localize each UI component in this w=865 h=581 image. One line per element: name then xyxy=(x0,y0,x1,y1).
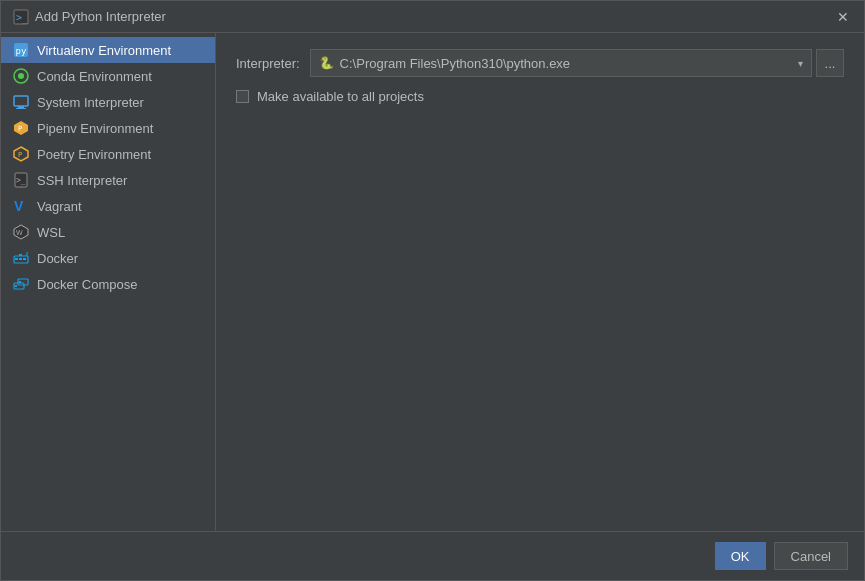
svg-point-5 xyxy=(18,73,24,79)
svg-rect-20 xyxy=(19,254,22,256)
sidebar-item-conda[interactable]: Conda Environment xyxy=(1,63,215,89)
sidebar-item-label-poetry: Poetry Environment xyxy=(37,147,151,162)
poetry-icon: P xyxy=(13,146,29,162)
sidebar-item-label-system: System Interpreter xyxy=(37,95,144,110)
svg-text:>_: >_ xyxy=(16,176,26,185)
svg-rect-7 xyxy=(18,106,24,108)
svg-text:V: V xyxy=(14,198,24,214)
wsl-icon: W xyxy=(13,224,29,240)
sidebar-item-docker[interactable]: Docker xyxy=(1,245,215,271)
svg-rect-23 xyxy=(15,285,17,287)
sidebar-item-docker-compose[interactable]: Docker Compose xyxy=(1,271,215,297)
sidebar-item-label-pipenv: Pipenv Environment xyxy=(37,121,153,136)
sidebar-item-pipenv[interactable]: PPipenv Environment xyxy=(1,115,215,141)
dialog: >_ Add Python Interpreter ✕ pyVirtualenv… xyxy=(0,0,865,581)
docker-icon xyxy=(13,250,29,266)
close-button[interactable]: ✕ xyxy=(834,8,852,26)
sidebar-item-wsl[interactable]: WWSL xyxy=(1,219,215,245)
interpreter-row: Interpreter: 🐍 C:\Program Files\Python31… xyxy=(236,49,844,77)
interpreter-value: C:\Program Files\Python310\python.exe xyxy=(340,56,571,71)
svg-text:py: py xyxy=(16,46,27,56)
cancel-button[interactable]: Cancel xyxy=(774,542,848,570)
title-bar-left: >_ Add Python Interpreter xyxy=(13,9,166,25)
docker-compose-icon xyxy=(13,276,29,292)
svg-text:P: P xyxy=(18,125,22,133)
interpreter-select-inner: 🐍 C:\Program Files\Python310\python.exe xyxy=(319,56,571,71)
sidebar-item-label-vagrant: Vagrant xyxy=(37,199,82,214)
checkbox-row: Make available to all projects xyxy=(236,89,844,104)
sidebar-item-label-docker: Docker xyxy=(37,251,78,266)
sidebar-item-label-virtualenv: Virtualenv Environment xyxy=(37,43,171,58)
svg-text:W: W xyxy=(16,229,23,236)
svg-text:>_: >_ xyxy=(16,12,29,24)
sidebar-item-system[interactable]: System Interpreter xyxy=(1,89,215,115)
sidebar-item-poetry[interactable]: PPoetry Environment xyxy=(1,141,215,167)
pipenv-icon: P xyxy=(13,120,29,136)
interpreter-dropdown[interactable]: 🐍 C:\Program Files\Python310\python.exe … xyxy=(310,49,812,77)
svg-rect-17 xyxy=(15,258,18,260)
sidebar-item-label-docker-compose: Docker Compose xyxy=(37,277,137,292)
sidebar-item-ssh[interactable]: >_SSH Interpreter xyxy=(1,167,215,193)
sidebar-item-label-conda: Conda Environment xyxy=(37,69,152,84)
interpreter-label: Interpreter: xyxy=(236,56,300,71)
virtualenv-icon: py xyxy=(13,42,29,58)
interpreter-select-wrapper: 🐍 C:\Program Files\Python310\python.exe … xyxy=(310,49,844,77)
footer: OK Cancel xyxy=(1,531,864,580)
sidebar: pyVirtualenv EnvironmentConda Environmen… xyxy=(1,33,216,531)
svg-rect-24 xyxy=(19,281,21,283)
more-button[interactable]: ... xyxy=(816,49,844,77)
content-area: pyVirtualenv EnvironmentConda Environmen… xyxy=(1,33,864,531)
sidebar-item-label-ssh: SSH Interpreter xyxy=(37,173,127,188)
sidebar-item-label-wsl: WSL xyxy=(37,225,65,240)
python-icon: 🐍 xyxy=(319,56,334,70)
svg-rect-18 xyxy=(19,258,22,260)
svg-rect-8 xyxy=(16,108,26,109)
sidebar-item-vagrant[interactable]: VVagrant xyxy=(1,193,215,219)
ok-button[interactable]: OK xyxy=(715,542,766,570)
main-panel: Interpreter: 🐍 C:\Program Files\Python31… xyxy=(216,33,864,531)
ssh-icon: >_ xyxy=(13,172,29,188)
svg-text:P: P xyxy=(18,151,22,159)
svg-rect-6 xyxy=(14,96,28,106)
vagrant-icon: V xyxy=(13,198,29,214)
dialog-title-icon: >_ xyxy=(13,9,29,25)
title-bar: >_ Add Python Interpreter ✕ xyxy=(1,1,864,33)
sidebar-item-virtualenv[interactable]: pyVirtualenv Environment xyxy=(1,37,215,63)
conda-icon xyxy=(13,68,29,84)
dialog-title: Add Python Interpreter xyxy=(35,9,166,24)
make-available-label: Make available to all projects xyxy=(257,89,424,104)
system-icon xyxy=(13,94,29,110)
chevron-down-icon: ▾ xyxy=(798,58,803,69)
make-available-checkbox[interactable] xyxy=(236,90,249,103)
svg-rect-19 xyxy=(23,258,26,260)
